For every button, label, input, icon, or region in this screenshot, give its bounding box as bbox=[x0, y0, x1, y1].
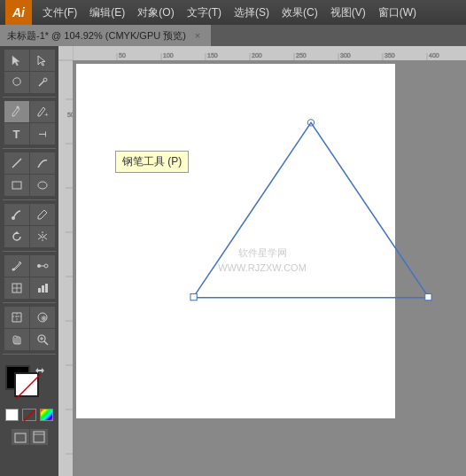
main-area: + T T bbox=[0, 46, 466, 476]
eyedropper-tool[interactable] bbox=[4, 255, 29, 277]
svg-line-25 bbox=[44, 341, 48, 345]
menu-edit[interactable]: 编辑(E) bbox=[84, 4, 130, 22]
svg-point-7 bbox=[12, 216, 15, 220]
color-mode-button[interactable] bbox=[40, 409, 53, 421]
svg-rect-51 bbox=[58, 46, 73, 476]
rect-tool[interactable] bbox=[4, 175, 29, 196]
separator-4 bbox=[3, 251, 56, 252]
color-area bbox=[2, 362, 57, 425]
svg-text:300: 300 bbox=[340, 52, 351, 59]
select-tool[interactable] bbox=[4, 50, 29, 71]
tab-close-button[interactable]: × bbox=[191, 29, 204, 42]
default-colors-button[interactable] bbox=[5, 409, 19, 421]
magic-wand-tool[interactable] bbox=[30, 72, 55, 93]
separator-1 bbox=[3, 97, 56, 98]
direct-select-tool[interactable] bbox=[30, 50, 55, 71]
tooltip-text: 钢笔工具 (P) bbox=[122, 155, 182, 168]
pen-tool[interactable] bbox=[4, 101, 29, 122]
add-anchor-tool[interactable]: + bbox=[30, 101, 55, 122]
menu-file[interactable]: 文件(F) bbox=[37, 4, 82, 22]
svg-text:50: 50 bbox=[67, 112, 73, 118]
menu-object[interactable]: 对象(O) bbox=[132, 4, 179, 22]
screen-mode-2-button[interactable] bbox=[30, 429, 48, 445]
svg-text:200: 200 bbox=[252, 52, 262, 59]
brush-tool[interactable] bbox=[4, 204, 29, 225]
chart-tool[interactable] bbox=[30, 277, 55, 299]
svg-point-2 bbox=[16, 106, 19, 109]
none-color-button[interactable] bbox=[22, 409, 36, 421]
svg-text:350: 350 bbox=[384, 52, 395, 59]
arc-tool[interactable] bbox=[30, 152, 55, 174]
svg-line-28 bbox=[16, 374, 41, 399]
rotate-tool[interactable] bbox=[4, 226, 29, 247]
svg-rect-18 bbox=[42, 285, 44, 293]
svg-text:400: 400 bbox=[429, 52, 439, 59]
svg-line-4 bbox=[12, 159, 21, 168]
svg-marker-8 bbox=[14, 231, 19, 234]
svg-text:+: + bbox=[44, 111, 49, 118]
tool-row-rotate bbox=[2, 226, 57, 247]
menu-window[interactable]: 窗口(W) bbox=[373, 4, 422, 22]
anchor-bottom-left bbox=[190, 294, 197, 300]
slice-tool[interactable] bbox=[4, 307, 29, 328]
tool-row-mesh bbox=[2, 277, 57, 299]
svg-rect-17 bbox=[38, 288, 41, 293]
ruler-horizontal: 50 100 150 200 250 300 350 400 bbox=[58, 46, 466, 60]
menu-bar: 文件(F) 编辑(E) 对象(O) 文字(T) 选择(S) 效果(C) 视图(V… bbox=[37, 4, 461, 22]
tool-row-type: T T bbox=[2, 123, 57, 144]
title-bar: Ai 文件(F) 编辑(E) 对象(O) 文字(T) 选择(S) 效果(C) 视… bbox=[0, 0, 466, 25]
type-tool[interactable]: T bbox=[4, 123, 29, 144]
vertical-type-tool[interactable]: T bbox=[30, 123, 55, 144]
tool-row-rect bbox=[2, 175, 57, 196]
symbol-tool[interactable]: ❋ bbox=[30, 307, 55, 328]
svg-text:250: 250 bbox=[296, 52, 307, 59]
svg-text:50: 50 bbox=[119, 52, 126, 59]
lasso-tool[interactable] bbox=[4, 72, 29, 93]
tool-row-hand bbox=[2, 329, 57, 350]
svg-line-0 bbox=[39, 81, 44, 86]
svg-rect-5 bbox=[12, 182, 21, 189]
tool-row-pen: + bbox=[2, 101, 57, 122]
menu-select[interactable]: 选择(S) bbox=[229, 4, 275, 22]
pen-tool-tooltip: 钢笔工具 (P) bbox=[115, 151, 189, 173]
separator-2 bbox=[3, 148, 56, 149]
tool-row-slice: ❋ bbox=[2, 307, 57, 328]
tool-row-line bbox=[2, 152, 57, 174]
svg-point-6 bbox=[38, 182, 47, 189]
triangle-container bbox=[191, 117, 431, 306]
menu-effect[interactable]: 效果(C) bbox=[276, 4, 323, 22]
reflect-tool[interactable] bbox=[30, 226, 55, 247]
ruler-vertical: 50 bbox=[58, 46, 73, 476]
separator-6 bbox=[3, 354, 56, 355]
separator-5 bbox=[3, 302, 56, 303]
menu-view[interactable]: 视图(V) bbox=[325, 4, 371, 22]
mesh-tool[interactable] bbox=[4, 277, 29, 299]
zoom-tool[interactable] bbox=[30, 329, 55, 350]
color-mini-buttons bbox=[5, 409, 53, 421]
tab-bar: 未标题-1* @ 104.92% (CMYK/GPU 预览) × bbox=[0, 25, 466, 46]
pencil-tool[interactable] bbox=[30, 204, 55, 225]
tool-row-bottom bbox=[2, 429, 57, 445]
line-tool[interactable] bbox=[4, 152, 29, 174]
svg-point-12 bbox=[44, 264, 48, 268]
svg-rect-19 bbox=[45, 284, 48, 293]
color-boxes bbox=[5, 365, 55, 404]
screen-mode-button[interactable] bbox=[12, 429, 29, 445]
tool-row-2 bbox=[2, 72, 57, 93]
svg-line-29 bbox=[24, 410, 35, 421]
svg-text:150: 150 bbox=[207, 52, 218, 59]
svg-point-11 bbox=[37, 264, 41, 268]
active-tab[interactable]: 未标题-1* @ 104.92% (CMYK/GPU 预览) × bbox=[0, 25, 211, 46]
document-canvas[interactable] bbox=[76, 64, 395, 418]
svg-text:❋: ❋ bbox=[40, 315, 46, 323]
hand-tool[interactable] bbox=[4, 329, 29, 350]
svg-point-1 bbox=[43, 78, 47, 82]
triangle-shape bbox=[193, 122, 429, 297]
menu-type[interactable]: 文字(T) bbox=[182, 4, 227, 22]
blend-tool[interactable] bbox=[30, 255, 55, 277]
svg-rect-31 bbox=[34, 432, 44, 442]
anchor-bottom-right bbox=[425, 294, 431, 300]
tab-title: 未标题-1* @ 104.92% (CMYK/GPU 预览) bbox=[7, 29, 186, 43]
ellipse-tool[interactable] bbox=[30, 175, 55, 196]
canvas-area[interactable]: 50 100 150 200 250 300 350 400 50 bbox=[58, 46, 466, 476]
